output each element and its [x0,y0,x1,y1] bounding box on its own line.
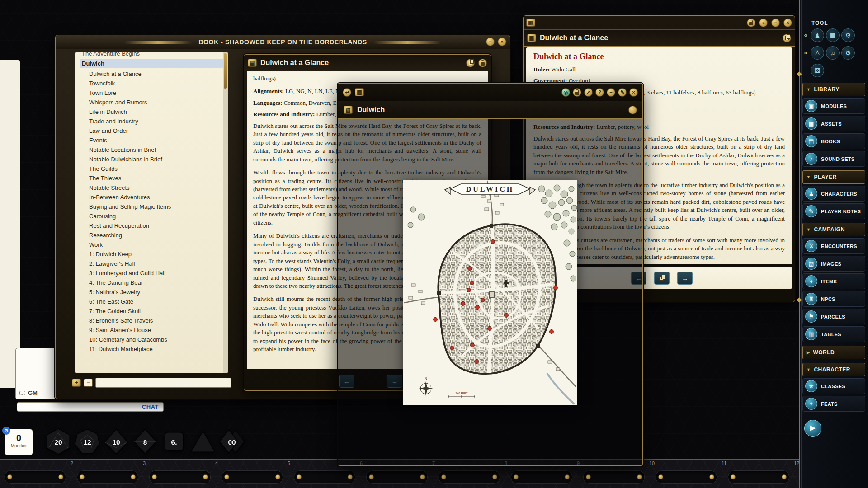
help-icon[interactable]: ? [595,88,604,97]
menu-icon[interactable]: ≡ [628,106,637,114]
hotbar-slot[interactable]: 2 [72,460,145,488]
toc-item[interactable]: Work [80,240,223,249]
map-chrome-bar[interactable]: ↩ ▦ ◎ ↗ ? − ✎ × [338,84,642,101]
toc-item[interactable]: Buying and Selling Magic Items [80,202,223,211]
lock-icon[interactable] [747,19,755,27]
hotbar-slot-pin[interactable] [586,474,591,479]
sidebar-item-player-notes[interactable]: ✎PLAYER NOTES [802,203,865,219]
toc-item[interactable]: Notable Streets [80,183,223,192]
toc-item[interactable]: Trade and Industry [80,117,223,126]
music-icon[interactable]: ♫ [826,46,840,60]
die-d6[interactable]: 6. [161,428,187,455]
hotbar-slot[interactable]: 1 [0,460,72,488]
record-chrome-bar[interactable]: ▦ « − × [524,16,795,30]
hotbar-slot[interactable]: 11 [723,460,796,488]
sidebar-item-images[interactable]: ▧IMAGES [802,256,865,272]
toc-item[interactable]: Notable Locations in Brief [80,145,223,155]
next-record-button[interactable]: → [677,272,693,285]
options-icon[interactable]: ⚙ [841,46,855,60]
background-window-edge[interactable] [0,60,20,388]
hotbar-slot-pin[interactable] [420,474,425,479]
toc-item[interactable]: 1: Dulwich Keep [80,249,223,259]
hotbar-slot[interactable]: 4 [217,460,289,488]
hotbar-slot-pin[interactable] [782,474,787,479]
edit-icon[interactable]: ✎ [618,88,627,97]
toc-scrollbar[interactable] [223,52,228,373]
die-d10[interactable]: 10 [103,428,129,455]
toc-item[interactable]: 10: Cemetary and Catacombs [80,335,223,344]
toc-item[interactable]: Town Lore [80,88,223,98]
toc-item[interactable]: 9: Saini Alanen's House [80,325,223,335]
hotbar-slot-groove[interactable] [583,470,645,484]
reader-titlebar[interactable]: ▤ Dulwich at a Glance [244,55,491,71]
sidebar-section-world[interactable]: ▶WORLD [802,346,865,359]
map-canvas[interactable]: DULWICH N 240 FEET [338,119,642,465]
toc-item[interactable]: Townsfolk [80,79,223,88]
sidebar-item-npcs[interactable]: ♜NPCS [802,291,865,307]
toc-item[interactable]: The Guilds [80,164,223,174]
toc-item-selected[interactable]: Dulwich [80,59,223,68]
calendar-icon[interactable]: ▦ [826,28,840,42]
hotbar-slot-pin[interactable] [203,474,208,479]
sidebar-item-feats[interactable]: ✦FEATS [802,396,865,412]
toc-item[interactable]: Law and Order [80,126,223,136]
hotbar-slot-groove[interactable] [222,470,283,484]
sidebar-item-encounters[interactable]: ⚔ENCOUNTERS [802,238,865,254]
close-icon[interactable]: × [629,88,638,97]
die-d12[interactable]: 12 [74,428,100,455]
toc-item[interactable]: 5: Nalthra's Jewelry [80,287,223,297]
toc-item[interactable]: 6: The East Gate [80,297,223,306]
pages-icon[interactable] [783,34,791,42]
toc-item[interactable]: 7: The Golden Skull [80,306,223,316]
sidebar-item-assets[interactable]: ▦ASSETS [802,116,865,131]
die-d100[interactable]: 00 [219,428,245,455]
hotbar-slot-pin[interactable] [152,474,157,479]
toc-item[interactable]: In-Between Adventures [80,192,223,202]
hotbar-slot-groove[interactable] [294,470,355,484]
map-titlebar[interactable]: ▧ Dulwich ≡ [338,101,642,119]
zoom-icon[interactable]: ◎ [561,88,570,97]
toc-item[interactable]: Life in Dulwich [80,107,223,117]
collapse-sidebar-icon[interactable]: « [802,50,809,56]
hotbar-slot-groove[interactable] [439,470,500,484]
toc-item-chapter[interactable]: The Adventure Begins [80,52,223,58]
collapse-icon[interactable]: « [759,19,768,27]
minimize-icon[interactable]: − [607,88,615,97]
hotbar-slot-pin[interactable] [637,474,642,479]
toc-item[interactable]: The Thieves [80,174,223,183]
hotbar-slot-pin[interactable] [709,474,714,479]
toc-item[interactable]: Rest and Recuperation [80,221,223,230]
book-titlebar[interactable]: BOOK - SHADOWED KEEP ON THE BORDERLANDS … [56,35,510,49]
die-d20[interactable]: 20 [45,428,71,455]
toc-item[interactable]: 3: Lumberyard and Guild Hall [80,268,223,278]
sidebar-item-modules[interactable]: ▣MODULES [802,98,865,114]
close-icon[interactable]: × [783,19,792,27]
hotbar-slot-pin[interactable] [492,474,497,479]
sidebar-item-items[interactable]: ♦ITEMS [802,273,865,289]
user-icon[interactable]: ♙ [811,46,824,60]
hotbar-slot-groove[interactable] [728,470,789,484]
hotbar-slot-pin[interactable] [58,474,63,479]
die-d4[interactable] [190,428,216,455]
hotbar-slot-pin[interactable] [224,474,229,479]
sidebar-item-parcels[interactable]: ⚑PARCELS [802,309,865,324]
hotbar-slot-groove[interactable] [149,470,211,484]
hotbar-slot[interactable]: 10 [651,460,723,488]
hotbar-slot-pin[interactable] [369,474,374,479]
pages-icon[interactable] [654,272,670,285]
minimize-icon[interactable]: − [771,19,780,27]
hotbar-slot-pin[interactable] [658,474,663,479]
toc-item[interactable]: 8: Eronen's Safe Travels [80,316,223,325]
hotbar-slot-pin[interactable] [297,474,302,479]
sidebar-item-classes[interactable]: ★CLASSES [802,378,865,394]
grid-icon[interactable]: ▦ [355,88,364,96]
users-icon[interactable]: ♟ [811,28,824,42]
settings-icon[interactable]: ⚙ [841,28,855,42]
hotbar-slot-groove[interactable] [656,470,717,484]
lock-icon[interactable] [478,59,487,67]
hotbar-slot-pin[interactable] [441,474,446,479]
hotbar-slot-pin[interactable] [80,474,85,479]
hotbar-slot-pin[interactable] [731,474,736,479]
hotbar-slot-groove[interactable] [366,470,428,484]
sidebar-item-sound-sets[interactable]: ♪SOUND SETS [802,151,865,167]
